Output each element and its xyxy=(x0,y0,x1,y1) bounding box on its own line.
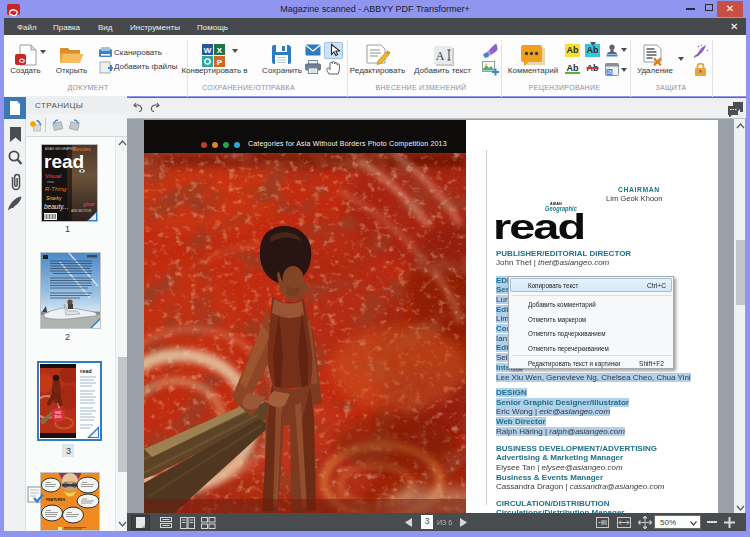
svg-text:$500: $500 xyxy=(55,415,62,419)
svg-text:X: X xyxy=(217,46,223,55)
svg-text:read: read xyxy=(80,368,92,374)
svg-text:26: 26 xyxy=(607,70,613,75)
svg-text:W: W xyxy=(204,46,212,55)
svg-text:A: A xyxy=(436,49,445,63)
